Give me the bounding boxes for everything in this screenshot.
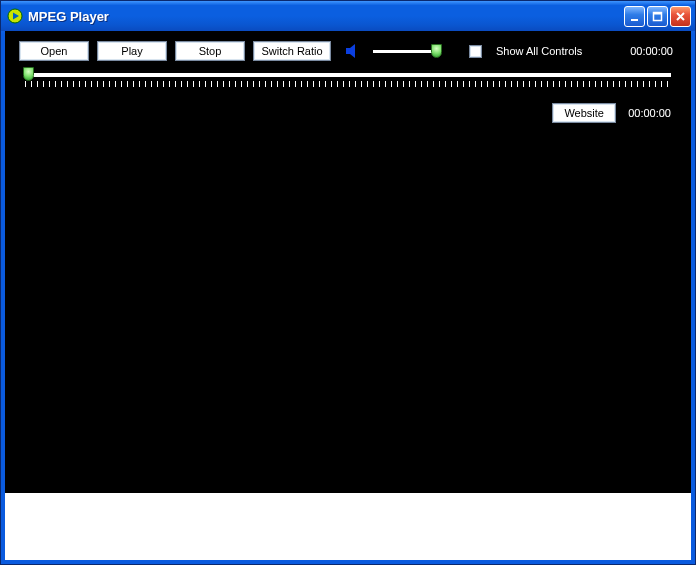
secondary-row: Website 00:00:00 [5, 97, 691, 127]
seek-area [5, 65, 691, 97]
client-area: Open Play Stop Switch Ratio Show All Con… [5, 31, 691, 560]
svg-marker-5 [346, 44, 355, 58]
close-button[interactable] [670, 6, 691, 27]
svg-rect-4 [654, 12, 662, 14]
video-area [5, 127, 691, 493]
volume-rail [373, 50, 439, 53]
seek-rail [25, 73, 671, 77]
play-button[interactable]: Play [97, 41, 167, 61]
seek-ticks [25, 81, 671, 87]
window-title: MPEG Player [28, 9, 624, 24]
window-buttons [624, 6, 691, 27]
svg-rect-2 [631, 19, 638, 21]
bottom-strip [5, 493, 691, 560]
seek-thumb[interactable] [23, 67, 34, 81]
app-window: MPEG Player Open Play Stop Switch Ratio [0, 0, 696, 565]
app-icon [7, 8, 23, 24]
speaker-icon [343, 41, 363, 61]
minimize-button[interactable] [624, 6, 645, 27]
website-button[interactable]: Website [552, 103, 616, 123]
titlebar[interactable]: MPEG Player [1, 1, 695, 31]
switch-ratio-button[interactable]: Switch Ratio [253, 41, 331, 61]
toolbar: Open Play Stop Switch Ratio Show All Con… [5, 31, 691, 65]
volume-thumb[interactable] [431, 44, 442, 58]
volume-slider[interactable] [373, 42, 439, 60]
stop-button[interactable]: Stop [175, 41, 245, 61]
open-button[interactable]: Open [19, 41, 89, 61]
seek-slider[interactable] [25, 69, 671, 97]
time-total-bottom: 00:00:00 [628, 107, 671, 119]
maximize-button[interactable] [647, 6, 668, 27]
show-all-controls-label: Show All Controls [496, 45, 582, 57]
show-all-controls-checkbox[interactable] [469, 45, 482, 58]
time-elapsed-top: 00:00:00 [630, 45, 679, 57]
